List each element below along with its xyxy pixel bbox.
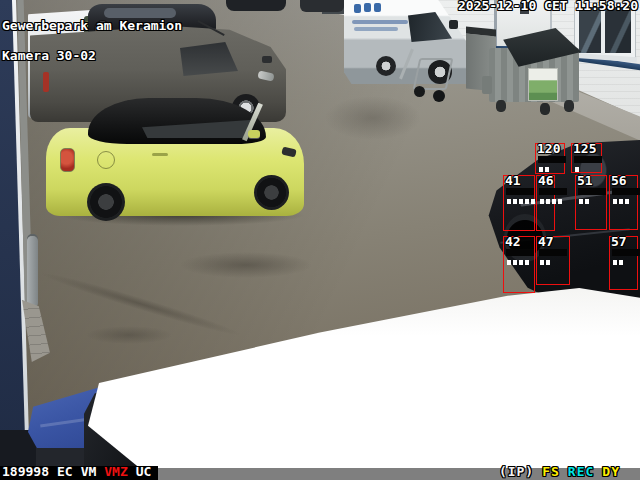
status-flag: VMZ xyxy=(104,464,127,479)
detection-box: 51 xyxy=(575,175,607,230)
detection-activity-meter xyxy=(539,249,567,256)
detection-box: 42 xyxy=(503,236,535,293)
detection-box: 46 xyxy=(536,175,555,231)
detection-box: 57 xyxy=(609,236,638,290)
detection-box-id: 120 xyxy=(537,142,560,155)
detection-box-id: 47 xyxy=(538,235,554,248)
video-frame: 12012541465156424757 Gewerbepark am Kera… xyxy=(0,0,640,480)
status-flag: 189998 xyxy=(2,464,49,479)
detection-box-id: 57 xyxy=(611,235,627,248)
detection-activity-meter xyxy=(539,188,567,195)
detection-activity-meter xyxy=(578,188,606,195)
detection-box-id: 51 xyxy=(577,174,593,187)
detection-activity-meter xyxy=(538,156,566,163)
detection-box-id: 41 xyxy=(505,174,521,187)
detection-activity-meter xyxy=(612,188,640,195)
detection-box-id: 42 xyxy=(505,235,521,248)
detection-box: 56 xyxy=(609,175,638,230)
status-flag: REC xyxy=(568,464,594,479)
detection-box: 41 xyxy=(503,175,535,231)
detection-box: 125 xyxy=(571,143,602,173)
status-flag: FS xyxy=(542,464,560,479)
status-flag: UC xyxy=(136,464,152,479)
detection-box: 120 xyxy=(535,143,565,174)
status-flag: VM xyxy=(81,464,97,479)
detection-box: 47 xyxy=(536,236,570,285)
detection-activity-meter xyxy=(506,188,534,195)
detection-activity-meter xyxy=(574,156,602,163)
status-flags-left: 189998ECVMVMZUC xyxy=(2,467,151,477)
detection-activity-meter xyxy=(612,249,640,256)
camera-location-label: Gewerbepark am Keramion xyxy=(2,21,182,31)
detection-box-id: 125 xyxy=(573,142,596,155)
timestamp-label: 2025-12-10 CET 11:58:20 xyxy=(458,1,638,11)
detection-activity-meter xyxy=(506,249,534,256)
status-flags-right: (IP)FSRECDY xyxy=(499,467,620,477)
osd-header: Gewerbepark am Keramion Kamera 30-02 xyxy=(2,1,182,81)
status-flag: DY xyxy=(602,464,620,479)
camera-id-label: Kamera 30-02 xyxy=(2,51,182,61)
detection-box-id: 56 xyxy=(611,174,627,187)
detection-box-id: 46 xyxy=(538,174,554,187)
status-flag: EC xyxy=(57,464,73,479)
status-flag: (IP) xyxy=(499,464,534,479)
